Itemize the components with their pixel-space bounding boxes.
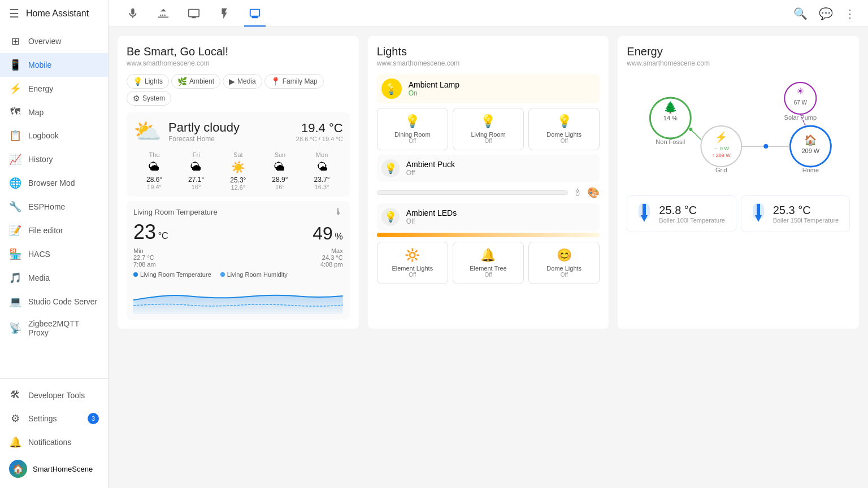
- hacs-icon: 🏪: [9, 248, 21, 260]
- dome-lights-1-icon: 💡: [557, 114, 572, 129]
- puck-icon: 💡: [381, 159, 400, 177]
- sidebar-label-dev-tools: Developer Tools: [28, 391, 85, 400]
- sidebar-label-notifications: Notifications: [28, 438, 71, 447]
- settings-badge: 3: [88, 413, 99, 424]
- living-room-name: Living Room: [471, 131, 505, 138]
- esphome-icon: 🔧: [9, 201, 21, 213]
- min-temp: 22.7 °C: [133, 254, 156, 261]
- sidebar-label-settings: Settings: [28, 414, 57, 423]
- led-icon: 💡: [381, 208, 400, 226]
- sidebar-item-energy[interactable]: ⚡ Energy: [0, 77, 108, 101]
- legend-humidity: Living Room Humidity: [220, 271, 288, 278]
- user-name: SmartHomeScene: [33, 465, 93, 473]
- tab-voice[interactable]: [118, 0, 148, 27]
- current-temp: 23: [133, 220, 156, 243]
- forecast-thu-label: Thu: [133, 151, 175, 158]
- sidebar-label-overview: Overview: [28, 37, 61, 46]
- sidebar-user[interactable]: 🏠 SmartHomeScene: [0, 454, 108, 483]
- light-dome-lights-2[interactable]: 😊 Dome Lights Off: [528, 242, 600, 284]
- boiler-150: 25.3 °C Boiler 150l Temperature: [741, 195, 850, 232]
- content-area: Be Smart, Go Local! www.smarthomescene.c…: [108, 27, 868, 488]
- light-grid-row1: 💡 Dining Room Off 💡 Living Room Off 💡 Do…: [377, 108, 600, 150]
- sidebar-item-esphome[interactable]: 🔧 ESPHome: [0, 195, 108, 219]
- svg-text:☀: ☀: [797, 86, 805, 96]
- humidity-unit: %: [335, 232, 342, 241]
- sidebar-label-browser-mod: Browser Mod: [28, 178, 75, 188]
- light-element-lights[interactable]: 🔆 Element Lights Off: [377, 242, 448, 284]
- sidebar-item-overview[interactable]: ⊞ Overview: [0, 29, 108, 53]
- dome-lights-2-status: Off: [561, 272, 568, 278]
- sidebar-item-map[interactable]: 🗺 Map: [0, 101, 108, 124]
- light-dome-lights-1[interactable]: 💡 Dome Lights Off: [528, 108, 600, 150]
- legend-humidity-label: Living Room Humidity: [227, 271, 288, 278]
- tab-lights[interactable]: 💡 Lights: [127, 74, 169, 89]
- sidebar-item-media[interactable]: 🎵 Media: [0, 266, 108, 290]
- avatar-icon: 🏠: [12, 464, 24, 474]
- dining-room-status: Off: [409, 138, 416, 144]
- sidebar-item-zigbee[interactable]: 📡 Zigbee2MQTT Proxy: [0, 313, 108, 343]
- more-menu-icon[interactable]: ⋮: [841, 3, 859, 24]
- weather-temp: 19.4 °C: [296, 121, 343, 136]
- led-name: Ambient LEDs: [406, 208, 457, 217]
- avatar: 🏠: [9, 460, 27, 478]
- sidebar: ☰ Home Assistant ⊞ Overview 📱 Mobile ⚡ E…: [0, 0, 108, 488]
- forecast-fri-high: 27.1°: [175, 176, 217, 184]
- boiler-100-icon: [634, 201, 654, 225]
- ambient-led[interactable]: 💡 Ambient LEDs Off: [377, 203, 600, 230]
- be-smart-subtitle: www.smarthomescene.com: [127, 59, 350, 67]
- tab-system[interactable]: ⚙ System: [127, 91, 171, 106]
- tab-family-map[interactable]: 📍 Family Map: [264, 74, 324, 89]
- lights-tab-icon: 💡: [133, 77, 142, 86]
- tab-energy[interactable]: [209, 0, 240, 27]
- tab-media[interactable]: ▶ Media: [223, 74, 262, 89]
- menu-icon[interactable]: ☰: [9, 7, 19, 20]
- sidebar-label-history: History: [28, 155, 53, 164]
- lamp-icon: 💡: [381, 79, 402, 99]
- weather-current: ⛅ Partly cloudy Forecast Home 19.4 °C 28…: [133, 118, 343, 145]
- sidebar-item-dev-tools[interactable]: 🛠 Developer Tools: [0, 384, 108, 407]
- history-icon: 📈: [9, 153, 21, 165]
- svg-text:Grid: Grid: [715, 167, 727, 173]
- light-element-tree[interactable]: 🔔 Element Tree Off: [453, 242, 524, 284]
- tab-rc[interactable]: [148, 0, 179, 27]
- palette-icon[interactable]: 🎨: [587, 186, 600, 199]
- logbook-icon: 📋: [9, 129, 21, 142]
- light-living-room[interactable]: 💡 Living Room Off: [453, 108, 524, 150]
- ambient-lamp[interactable]: 💡 Ambient Lamp On: [377, 74, 600, 103]
- sidebar-item-history[interactable]: 📈 History: [0, 147, 108, 171]
- current-humidity: 49: [313, 223, 333, 243]
- dining-room-name: Dining Room: [394, 131, 431, 138]
- ambient-puck[interactable]: 💡 Ambient Puck Off: [377, 155, 600, 182]
- element-tree-status: Off: [484, 272, 492, 278]
- forecast-thu: Thu 🌥 28.6° 19.4°: [133, 151, 175, 191]
- tab-ambient[interactable]: 🌿 Ambient: [171, 74, 220, 89]
- sidebar-item-hacs[interactable]: 🏪 HACS: [0, 242, 108, 266]
- lights-tab-label: Lights: [145, 77, 163, 85]
- media-tab-icon: ▶: [229, 77, 235, 86]
- sidebar-item-file-editor[interactable]: 📝 File editor: [0, 219, 108, 242]
- light-dining-room[interactable]: 💡 Dining Room Off: [377, 108, 448, 150]
- sidebar-item-browser-mod[interactable]: 🌐 Browser Mod: [0, 171, 108, 195]
- tab-tv[interactable]: [179, 0, 209, 27]
- sidebar-item-mobile[interactable]: 📱 Mobile: [0, 53, 108, 77]
- top-nav-tabs: [118, 0, 790, 27]
- svg-text:67 W: 67 W: [794, 99, 808, 106]
- sidebar-item-logbook[interactable]: 📋 Logbook: [0, 124, 108, 147]
- forecast-fri-label: Fri: [175, 151, 217, 158]
- sidebar-item-notifications[interactable]: 🔔 Notifications: [0, 430, 108, 454]
- svg-point-19: [689, 128, 693, 131]
- sidebar-label-hacs: HACS: [28, 250, 50, 259]
- sidebar-item-studio-code[interactable]: 💻 Studio Code Server: [0, 290, 108, 313]
- sidebar-item-settings[interactable]: ⚙ Settings 3: [0, 407, 108, 430]
- map-icon: 🗺: [9, 106, 21, 118]
- tab-display[interactable]: [240, 0, 270, 27]
- chat-icon[interactable]: 💬: [815, 3, 836, 24]
- max-label: Max: [320, 247, 343, 254]
- search-icon[interactable]: 🔍: [790, 3, 811, 24]
- living-room-status: Off: [484, 138, 492, 144]
- ambient-tab-label: Ambient: [189, 77, 214, 85]
- file-editor-icon: 📝: [9, 224, 21, 237]
- brightness-slider[interactable]: [377, 190, 568, 195]
- person-icon[interactable]: 🕯: [572, 187, 583, 199]
- led-color-slider[interactable]: [377, 233, 600, 237]
